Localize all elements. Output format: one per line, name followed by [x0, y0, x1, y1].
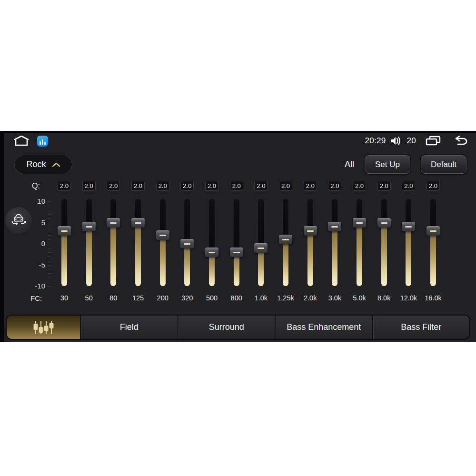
default-button[interactable]: Default: [421, 155, 466, 174]
eq-slider-200[interactable]: [150, 199, 175, 290]
slider-knob[interactable]: [377, 218, 391, 228]
eq-slider-800[interactable]: [224, 199, 249, 290]
equalizer-sliders-icon: [32, 319, 55, 336]
slider-track-lower[interactable]: [258, 248, 264, 286]
eq-slider-12.0k[interactable]: [396, 199, 421, 290]
slider-knob[interactable]: [58, 226, 71, 236]
slider-knob[interactable]: [82, 222, 96, 231]
head-unit-screen: 20:29 20 Rock All Set Up Default: [0, 131, 476, 342]
slider-knob[interactable]: [131, 218, 145, 228]
tab-surround[interactable]: Surround: [178, 316, 275, 339]
tab-equalizer[interactable]: [7, 316, 80, 339]
slider-track-lower[interactable]: [234, 252, 239, 286]
q-value-200: 2.0: [156, 181, 169, 191]
eq-slider-500[interactable]: [199, 199, 224, 290]
recent-apps-icon[interactable]: [425, 135, 442, 147]
scale-tick: [48, 239, 51, 240]
chevron-up-icon: [52, 162, 60, 167]
scale-tick: [48, 214, 51, 215]
slider-track-lower[interactable]: [86, 227, 92, 286]
eq-slider-3.0k[interactable]: [322, 199, 347, 290]
scale-tick: [48, 286, 51, 287]
slider-track-lower[interactable]: [283, 239, 288, 286]
slider-track-lower[interactable]: [381, 223, 387, 287]
slider-track-lower[interactable]: [357, 223, 362, 287]
slider-track-upper[interactable]: [283, 199, 288, 239]
scale-tick: [48, 278, 51, 278]
slider-knob[interactable]: [304, 226, 317, 236]
scale-label: -10: [26, 282, 45, 290]
slider-track-upper[interactable]: [258, 199, 264, 248]
slider-knob[interactable]: [156, 230, 169, 240]
screen-left-edge: [0, 131, 4, 342]
q-value-8.0k: 2.0: [377, 181, 391, 191]
preset-dropdown[interactable]: Rock: [14, 155, 72, 174]
scale-tick: [48, 273, 51, 274]
slider-knob[interactable]: [107, 218, 120, 228]
tab-bass_enhancement[interactable]: Bass Enhancement: [275, 316, 372, 339]
slider-knob[interactable]: [180, 239, 194, 248]
slider-track-upper[interactable]: [184, 199, 190, 244]
fc-row-label: FC:: [30, 294, 42, 302]
slider-track-lower[interactable]: [135, 223, 141, 287]
eq-slider-30[interactable]: [52, 199, 77, 290]
back-icon[interactable]: [451, 135, 468, 147]
slider-knob[interactable]: [205, 248, 218, 257]
radio-app-icon[interactable]: [37, 136, 48, 147]
eq-slider-5.0k[interactable]: [347, 199, 372, 290]
eq-slider-1.25k[interactable]: [273, 199, 298, 290]
bottom-tab-bar: FieldSurroundBass EnhancementBass Filter: [6, 315, 470, 340]
q-row-label: Q:: [32, 182, 40, 190]
slider-knob[interactable]: [328, 222, 341, 231]
slider-knob[interactable]: [353, 218, 366, 228]
screen-top-edge: [0, 131, 476, 133]
slider-track-lower[interactable]: [209, 252, 215, 286]
slider-track-lower[interactable]: [406, 227, 411, 286]
scale-tick: [48, 265, 51, 266]
slider-track-upper[interactable]: [234, 199, 239, 252]
home-icon[interactable]: [13, 135, 30, 147]
slider-track-upper[interactable]: [209, 199, 215, 252]
slider-knob[interactable]: [254, 243, 268, 253]
scale-tick: [48, 252, 51, 253]
slider-track-lower[interactable]: [160, 235, 166, 286]
q-value-50: 2.0: [82, 181, 96, 191]
eq-slider-16.0k[interactable]: [421, 199, 446, 290]
set-up-button[interactable]: Set Up: [365, 155, 410, 174]
slider-track-lower[interactable]: [61, 231, 67, 286]
q-value-5.0k: 2.0: [353, 181, 366, 191]
scale-tick: [48, 257, 51, 257]
status-bar: 20:29 20: [0, 134, 476, 148]
scale-tick: [48, 210, 51, 210]
eq-slider-8.0k[interactable]: [372, 199, 397, 290]
scale-tick: [48, 227, 51, 227]
slider-track-lower[interactable]: [184, 244, 190, 286]
scale-tick: [48, 223, 51, 223]
scale-tick: [48, 231, 51, 231]
scale-label: 0: [26, 239, 45, 248]
band-frequency-label: 16.0k: [419, 294, 447, 302]
eq-slider-1.0k[interactable]: [248, 199, 273, 290]
slider-track-lower[interactable]: [110, 223, 116, 287]
tab-bass_filter[interactable]: Bass Filter: [372, 316, 470, 339]
slider-track-lower[interactable]: [430, 231, 436, 286]
slider-knob[interactable]: [230, 248, 243, 257]
slider-track-upper[interactable]: [160, 199, 166, 235]
tab-field[interactable]: Field: [80, 316, 178, 339]
clock-time: 20:29: [365, 136, 386, 146]
slider-knob[interactable]: [402, 222, 415, 231]
slider-knob[interactable]: [426, 226, 440, 236]
eq-slider-80[interactable]: [101, 199, 126, 290]
scale-label: -5: [26, 261, 45, 269]
sound-position-car-button[interactable]: [5, 207, 32, 234]
eq-slider-50[interactable]: [77, 199, 101, 290]
slider-track-lower[interactable]: [307, 231, 313, 286]
all-button[interactable]: All: [345, 159, 354, 169]
slider-knob[interactable]: [279, 235, 292, 244]
slider-track-lower[interactable]: [332, 227, 337, 286]
eq-slider-125[interactable]: [126, 199, 150, 290]
scale-tick: [48, 201, 51, 202]
eq-slider-2.0k[interactable]: [298, 199, 323, 290]
q-value-125: 2.0: [131, 181, 145, 191]
eq-slider-320[interactable]: [175, 199, 199, 290]
